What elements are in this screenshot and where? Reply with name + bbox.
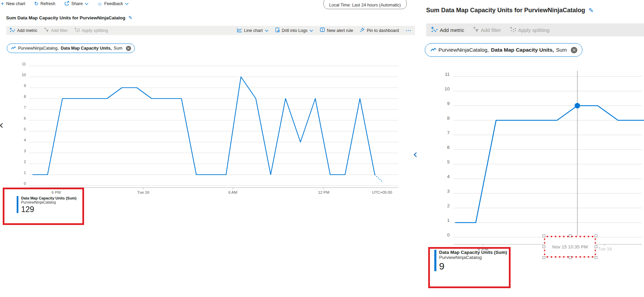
add-metric-button[interactable]: Add metric bbox=[431, 27, 464, 33]
metric-pill[interactable]: PurviewNinjaCatalog, Data Map Capacity U… bbox=[425, 43, 582, 57]
more-commands-button[interactable]: ··· bbox=[406, 28, 412, 33]
right-chart-legend[interactable]: Data Map Capacity Units (Sum) PurviewNin… bbox=[434, 250, 507, 272]
legend-aggregated-value: 129 bbox=[21, 205, 77, 214]
new-alert-rule-button[interactable]: New alert rule bbox=[320, 28, 353, 33]
y-tick-label: 0 bbox=[447, 232, 450, 238]
legend-metric-name: Data Map Capacity Units (Sum) bbox=[439, 250, 507, 255]
add-metric-icon bbox=[10, 28, 15, 33]
metric-pill-resource: PurviewNinjaCatalog, bbox=[18, 46, 59, 51]
metric-pill-aggregation: Sum bbox=[114, 46, 123, 51]
edit-title-icon[interactable]: ✎ bbox=[589, 7, 594, 14]
left-toolbar-group-right: Line chart Drill into Logs New alert rul… bbox=[237, 28, 412, 33]
apply-splitting-icon bbox=[75, 28, 80, 33]
y-tick-label: 11 bbox=[445, 72, 450, 77]
add-metric-button[interactable]: Add metric bbox=[10, 28, 37, 33]
y-tick-label: 9 bbox=[24, 84, 26, 88]
y-tick-label: 7 bbox=[447, 130, 450, 135]
add-filter-icon bbox=[44, 28, 49, 33]
time-range-button[interactable]: Local Time: Last 24 hours (Automatic) bbox=[323, 0, 407, 9]
refresh-label: Refresh bbox=[41, 1, 55, 6]
time-range-label: Local Time: Last 24 hours (Automatic) bbox=[329, 3, 401, 7]
metric-pill-metric: Data Map Capacity Units, bbox=[61, 46, 112, 51]
apply-splitting-button[interactable]: Apply splitting bbox=[75, 28, 108, 33]
right-metrics-chart[interactable]: 012345678910116 PMTue 16 bbox=[424, 66, 644, 257]
y-tick-label: 1 bbox=[24, 171, 26, 175]
add-metric-label: Add metric bbox=[440, 27, 464, 33]
y-tick-label: 2 bbox=[24, 160, 26, 164]
selection-handle[interactable] bbox=[543, 256, 545, 259]
selection-handle[interactable] bbox=[543, 245, 545, 248]
selection-handle[interactable] bbox=[595, 234, 597, 237]
apply-splitting-button[interactable]: Apply splitting bbox=[510, 27, 550, 33]
legend-resource-name: PurviewNinjaCatalog bbox=[439, 255, 507, 260]
x-tick-label: 12 PM bbox=[318, 190, 329, 194]
left-metrics-chart[interactable]: 012345678910116 PMTue 166 AM12 PMUTC+05:… bbox=[0, 54, 412, 204]
metric-pill-chart-icon bbox=[11, 46, 16, 51]
refresh-button[interactable]: ↻ Refresh bbox=[34, 1, 55, 7]
selection-handle[interactable] bbox=[569, 234, 571, 237]
y-tick-label: 6 bbox=[24, 116, 26, 120]
feedback-button[interactable]: ☺ Feedback bbox=[97, 1, 129, 6]
metric-pill-metric: Data Map Capacity Units, bbox=[491, 47, 554, 53]
metric-pill-aggregation: Sum bbox=[556, 47, 567, 53]
new-chart-button[interactable]: + New chart bbox=[1, 1, 25, 6]
selection-handle[interactable] bbox=[569, 256, 571, 259]
legend-aggregated-value: 9 bbox=[439, 261, 507, 272]
add-filter-button[interactable]: Add filter bbox=[44, 28, 68, 33]
pin-to-dashboard-button[interactable]: Pin to dashboard bbox=[360, 28, 399, 33]
close-icon[interactable]: × bbox=[571, 47, 577, 53]
x-tick-label: 6 AM bbox=[228, 190, 237, 194]
y-tick-label: 1 bbox=[447, 218, 450, 223]
chevron-down-icon bbox=[265, 28, 269, 33]
legend-color-bar bbox=[17, 196, 18, 213]
y-tick-label: 8 bbox=[447, 116, 450, 121]
left-chart-title: Sum Data Map Capacity Units for PurviewN… bbox=[6, 15, 132, 20]
new-chart-label: New chart bbox=[6, 1, 25, 6]
chart-type-label: Line chart bbox=[244, 28, 263, 33]
line-chart-icon bbox=[237, 28, 242, 33]
share-icon bbox=[64, 1, 69, 7]
selection-handle[interactable] bbox=[543, 234, 545, 237]
selection-handle[interactable] bbox=[595, 256, 597, 259]
partial-data-dotted-line bbox=[375, 175, 383, 182]
legend-resource-name: PurviewNinjaCatalog bbox=[21, 200, 77, 204]
y-tick-label: 10 bbox=[445, 86, 450, 91]
chart-type-dropdown[interactable]: Line chart bbox=[237, 28, 269, 33]
apply-splitting-icon bbox=[510, 27, 516, 33]
y-tick-label: 10 bbox=[22, 73, 26, 77]
x-tick-label: 6 PM bbox=[52, 190, 61, 194]
add-filter-button[interactable]: Add filter bbox=[473, 27, 501, 33]
close-icon[interactable]: × bbox=[126, 46, 131, 51]
x-tick-label: Tue 16 bbox=[598, 246, 612, 251]
apply-splitting-label: Apply splitting bbox=[518, 27, 550, 33]
metric-pill[interactable]: PurviewNinjaCatalog, Data Map Capacity U… bbox=[7, 43, 135, 53]
alert-icon bbox=[320, 28, 325, 33]
refresh-icon: ↻ bbox=[34, 1, 38, 7]
y-tick-label: 11 bbox=[22, 62, 26, 66]
edit-title-icon[interactable]: ✎ bbox=[128, 15, 132, 20]
smiley-icon: ☺ bbox=[97, 1, 102, 6]
y-tick-label: 9 bbox=[447, 101, 450, 106]
metric-line bbox=[33, 77, 375, 175]
metric-pill-chart-icon bbox=[431, 47, 436, 53]
drill-into-logs-dropdown[interactable]: Drill into Logs bbox=[275, 28, 313, 33]
left-chart-legend[interactable]: Data Map Capacity Units (Sum) PurviewNin… bbox=[17, 196, 77, 214]
y-tick-label: 6 bbox=[447, 145, 450, 150]
y-tick-label: 8 bbox=[24, 94, 26, 99]
x-tick-label: Tue 16 bbox=[137, 190, 149, 194]
left-chart-toolbar: Add metric Add filter Apply splitting Li… bbox=[6, 26, 415, 35]
left-toolbar-group-left: Add metric Add filter Apply splitting bbox=[10, 28, 108, 33]
y-tick-label: 5 bbox=[447, 159, 450, 164]
panel-back-chevron[interactable]: ‹ bbox=[413, 149, 418, 159]
timezone-label: UTC+05:00 bbox=[372, 190, 392, 194]
add-filter-icon bbox=[473, 27, 479, 33]
selection-handle[interactable] bbox=[595, 245, 597, 248]
feedback-label: Feedback bbox=[104, 1, 123, 6]
y-tick-label: 4 bbox=[447, 174, 450, 179]
chevron-down-icon bbox=[309, 28, 313, 33]
share-label: Share bbox=[71, 1, 83, 6]
share-button[interactable]: Share bbox=[64, 1, 88, 7]
document-icon bbox=[275, 28, 280, 33]
y-tick-label: 5 bbox=[24, 127, 26, 131]
new-alert-rule-label: New alert rule bbox=[327, 28, 353, 33]
